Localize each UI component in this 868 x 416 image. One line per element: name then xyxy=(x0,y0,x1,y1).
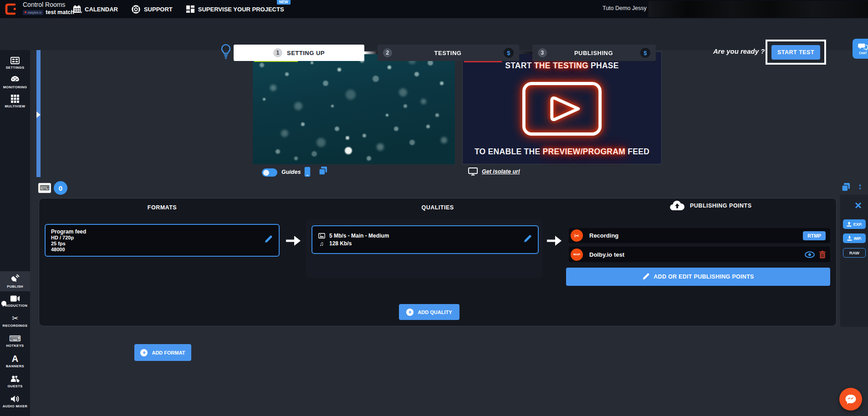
audio-mixer-icon xyxy=(10,395,20,403)
sidebar-item-banners[interactable]: A BANNERS xyxy=(0,351,30,371)
nav-supervise-projects[interactable]: SUPERVISE YOUR PROJECTS NEW xyxy=(186,5,284,13)
delete-trash-icon[interactable] xyxy=(819,251,826,259)
cloud-upload-icon xyxy=(670,201,684,211)
duplicate-view-icon[interactable] xyxy=(319,167,327,177)
view-eye-icon[interactable] xyxy=(805,251,815,258)
import-button[interactable]: IMP. xyxy=(843,233,866,243)
program-headline: START THE TESTING PHASE xyxy=(505,61,619,71)
step-connector xyxy=(364,51,378,54)
user-menu-label: Tuto Demo Jessy xyxy=(602,5,647,11)
publishing-point-name: Recording xyxy=(589,232,618,239)
nav-support[interactable]: SUPPORT xyxy=(132,5,173,14)
add-quality-label: ADD QUALITY xyxy=(418,309,452,315)
start-test-highlight-frame: START TEST xyxy=(766,40,826,65)
program-subline: TO ENABLE THE PREVIEW/PROGRAM FEED xyxy=(475,147,649,157)
support-icon xyxy=(132,5,140,14)
sidebar-item-settings[interactable]: SETTINGS xyxy=(0,54,30,73)
user-menu[interactable]: Tuto Demo Jessy ▾ xyxy=(602,5,655,11)
calendar-icon xyxy=(73,5,81,13)
get-isolate-url-link[interactable]: Get isolate url xyxy=(482,168,520,175)
start-test-button[interactable]: START TEST xyxy=(771,45,820,60)
support-chat-fab[interactable] xyxy=(839,388,862,411)
quality-video-label: 5 Mb/s - Main - Medium xyxy=(329,233,389,239)
production-icon xyxy=(10,295,20,302)
raw-button[interactable]: RAW xyxy=(843,248,866,258)
step-number: 2 xyxy=(383,48,392,57)
sidebar-item-label: PRODUCTION xyxy=(3,304,27,308)
edit-quality-icon[interactable] xyxy=(523,235,531,245)
recordings-icon: ✂ xyxy=(12,315,18,322)
chat-button[interactable]: CHAT xyxy=(853,39,868,59)
import-label: IMP. xyxy=(854,236,862,241)
publishing-point-dolby[interactable]: WHIP Dolby.io test xyxy=(569,247,830,262)
publishing-point-actions xyxy=(805,251,826,259)
add-quality-button[interactable]: + ADD QUALITY xyxy=(399,304,460,320)
app-root: Control Rooms easylive.io test match ▾ C… xyxy=(0,0,868,416)
add-format-label: ADD FORMAT xyxy=(152,350,185,355)
edit-format-icon[interactable] xyxy=(264,235,272,245)
production-status-dot xyxy=(1,301,6,306)
expand-arrow-icon[interactable] xyxy=(36,112,41,118)
publishing-point-recording[interactable]: ✂ Recording RTMP xyxy=(569,228,830,243)
duplicate-panel-icon[interactable] xyxy=(842,183,850,193)
project-name: test match xyxy=(46,9,74,15)
hotkeys-keyboard-icon[interactable]: ⌨ xyxy=(38,183,51,193)
preview-feed[interactable]: PREVIEW xyxy=(253,51,455,164)
sidebar-item-audio-mixer[interactable]: AUDIO MIXER xyxy=(0,391,30,411)
quality-video-row: 5 Mb/s - Main - Medium xyxy=(318,233,532,239)
sidebar-item-recordings[interactable]: ✂ RECORDINGS xyxy=(0,311,30,331)
step-setting-up[interactable]: 1 SETTING UP xyxy=(234,45,364,61)
step-testing[interactable]: 2 TESTING $ xyxy=(378,45,519,61)
neon-play-icon[interactable] xyxy=(517,80,607,138)
format-card[interactable]: Program feed HD / 720p 25 fps 48000 xyxy=(45,224,280,257)
publish-panel: FORMATS QUALITIES PUBLISHING POINTS Prog… xyxy=(39,198,837,326)
sidebar-item-label: RECORDINGS xyxy=(3,324,28,328)
sidebar-item-label: BANNERS xyxy=(6,364,24,368)
sidebar-item-guests[interactable]: GUESTS xyxy=(0,371,30,391)
sidebar-item-hotkeys[interactable]: ⌨ HOTKEYS xyxy=(0,331,30,351)
quality-audio-row: ♫ 128 Kb/s xyxy=(318,240,532,247)
monitor-icon xyxy=(468,167,478,178)
easylive-logo[interactable] xyxy=(4,2,18,16)
ready-text: Are you ready ? xyxy=(713,47,765,55)
publishing-points-header: PUBLISHING POINTS xyxy=(670,201,752,211)
formats-header: FORMATS xyxy=(148,204,177,211)
program-feed[interactable]: PROGRAM START THE TESTING PHASE TO ENABL… xyxy=(462,51,662,164)
sidebar-item-publish[interactable]: PUBLISH xyxy=(0,271,30,291)
export-button[interactable]: EXP. xyxy=(843,219,866,229)
audio-quality-icon: ♫ xyxy=(318,240,325,247)
sidebar-bottom-group: PUBLISH PRODUCTION ✂ RECORDINGS ⌨ HOTKEY… xyxy=(0,271,30,411)
hotkey-count-badge: 0 xyxy=(54,181,67,195)
lightbulb-icon[interactable] xyxy=(220,44,232,61)
easylive-logo-icon xyxy=(4,2,18,16)
mobile-preview-icon[interactable] xyxy=(304,167,311,179)
sidebar-item-multiview[interactable]: MULTIVIEW xyxy=(0,92,30,111)
raw-label: RAW xyxy=(849,250,859,255)
video-quality-icon xyxy=(318,233,325,238)
monitoring-icon xyxy=(10,76,20,84)
banners-icon: A xyxy=(12,355,18,363)
resize-vertical-icon[interactable]: ↕ xyxy=(858,182,863,192)
add-or-edit-publishing-points-button[interactable]: ADD OR EDIT PUBLISHING POINTS xyxy=(566,268,830,286)
sidebar-item-label: MULTIVIEW xyxy=(5,104,25,108)
panel-side-rail: × EXP. IMP. RAW xyxy=(840,195,868,327)
import-download-icon xyxy=(847,236,852,241)
format-name: Program feed xyxy=(51,228,273,235)
rtmp-badge[interactable]: RTMP xyxy=(803,231,826,240)
step-label: SETTING UP xyxy=(287,50,325,56)
step-publishing[interactable]: 3 PUBLISHING $ xyxy=(532,45,656,61)
chat-button-label: CHAT xyxy=(859,51,867,55)
sidebar-item-label: AUDIO MIXER xyxy=(3,404,27,408)
step-number: 3 xyxy=(538,48,547,57)
close-panel-icon[interactable]: × xyxy=(855,199,862,211)
quality-card[interactable]: 5 Mb/s - Main - Medium ♫ 128 Kb/s xyxy=(311,225,539,254)
guides-toggle[interactable] xyxy=(262,168,277,177)
add-format-button[interactable]: + ADD FORMAT xyxy=(134,344,191,361)
sidebar-item-monitoring[interactable]: MONITORING xyxy=(0,73,30,92)
step-connector xyxy=(519,51,532,54)
nav-calendar[interactable]: CALENDAR xyxy=(73,5,118,13)
nav-calendar-label: CALENDAR xyxy=(85,6,118,13)
publish-icon xyxy=(10,274,20,283)
format-resolution: HD / 720p xyxy=(51,235,273,241)
step-label: PUBLISHING xyxy=(551,50,636,56)
